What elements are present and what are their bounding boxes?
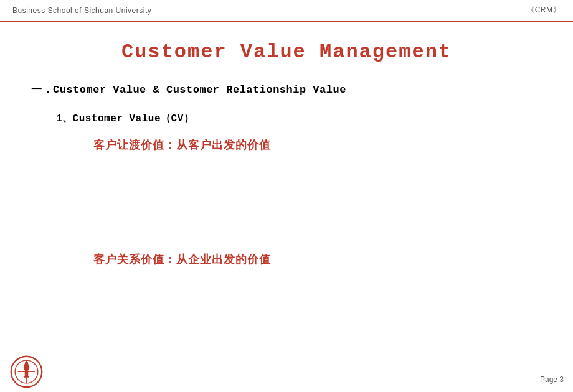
university-logo — [9, 355, 44, 389]
slide: Business School of Sichuan University 《C… — [0, 0, 573, 392]
footer: Page 3 — [0, 352, 573, 392]
chinese-text-customer-value: 客户让渡价值：从客户出发的价值 — [93, 138, 542, 152]
page-number: Page 3 — [540, 375, 564, 389]
crm-label: 《CRM》 — [527, 5, 561, 16]
svg-point-7 — [25, 362, 29, 366]
university-name: Business School of Sichuan University — [12, 6, 151, 15]
main-title-text: Customer Value Management — [121, 40, 452, 63]
main-title-container: Customer Value Management — [0, 40, 573, 63]
chinese-text-relationship-value: 客户关系价值：从企业出发的价值 — [93, 252, 542, 267]
content-area: 一．Customer Value & Customer Relationship… — [0, 82, 573, 267]
header: Business School of Sichuan University 《C… — [0, 0, 573, 22]
section-heading: 一．Customer Value & Customer Relationship… — [31, 82, 542, 96]
sub-heading-cv: 1、Customer Value（CV） — [56, 112, 542, 125]
